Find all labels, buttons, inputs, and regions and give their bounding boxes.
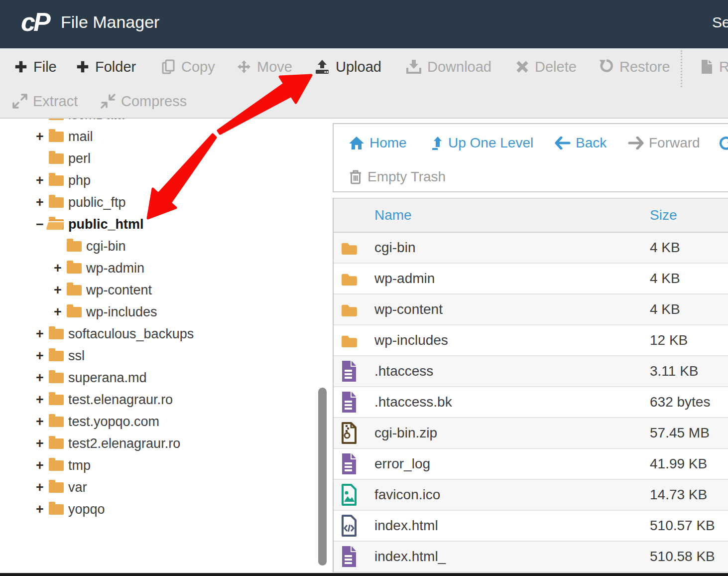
tree-item[interactable]: + test.yopqo.com <box>0 411 319 432</box>
tree-item[interactable]: + wp-includes <box>0 301 319 323</box>
empty-trash-button[interactable]: Empty Trash <box>349 167 446 187</box>
extract-button[interactable]: Extract <box>12 90 78 112</box>
tree-item[interactable]: + ssl <box>0 345 319 367</box>
tree-item[interactable]: + tmp <box>0 454 319 476</box>
file-name[interactable]: cgi-bin <box>374 240 415 256</box>
folder-icon <box>49 132 64 142</box>
reload-button[interactable] <box>719 133 728 153</box>
tree-expander-icon[interactable]: + <box>36 348 49 364</box>
home-button[interactable]: Home <box>349 133 407 153</box>
tree-item[interactable]: − public_html <box>0 213 319 235</box>
copy-button[interactable]: Copy <box>161 56 215 78</box>
file-name[interactable]: error_log <box>374 456 430 472</box>
tree-expander-icon[interactable]: + <box>36 480 49 495</box>
tree-item[interactable]: cgi-bin <box>0 235 319 257</box>
table-row[interactable]: .htaccess.bk 632 bytes <box>334 387 728 418</box>
move-button[interactable]: Move <box>237 56 292 78</box>
tree-item[interactable]: lscmData <box>0 119 319 126</box>
tree-item[interactable]: + yopqo <box>0 498 319 520</box>
download-icon <box>406 59 422 74</box>
delete-button[interactable]: Delete <box>515 56 577 78</box>
tree-item[interactable]: perl <box>0 147 319 169</box>
table-row[interactable]: wp-content 4 KB <box>334 294 728 325</box>
upload-button[interactable]: Upload <box>314 56 381 78</box>
compress-button-label: Compress <box>121 93 187 110</box>
tree-item-label[interactable]: test.yopqo.com <box>68 414 159 430</box>
folder-button[interactable]: Folder <box>76 56 136 78</box>
tree-expander-icon[interactable]: + <box>54 283 67 298</box>
tree-item-label[interactable]: superana.md <box>68 370 147 386</box>
column-header-size[interactable]: Size <box>650 207 677 223</box>
tree-item-label[interactable]: tmp <box>68 458 91 473</box>
file-name[interactable]: wp-includes <box>374 332 448 348</box>
table-row[interactable]: cgi-bin 4 KB <box>334 233 728 264</box>
tree-item[interactable]: + softaculous_backups <box>0 323 319 345</box>
tree-item[interactable]: + wp-content <box>0 279 319 301</box>
tree-item-label[interactable]: perl <box>68 151 91 166</box>
tree-expander-icon[interactable]: + <box>54 261 67 276</box>
tree-expander-icon[interactable]: + <box>36 195 49 210</box>
tree-item-label[interactable]: test.elenagraur.ro <box>68 392 173 408</box>
tree-expander-icon[interactable]: + <box>36 392 49 408</box>
table-row[interactable]: cgi-bin.zip 57.45 MB <box>334 418 728 449</box>
tree-item-label[interactable]: wp-content <box>86 283 152 298</box>
tree-expander-icon[interactable]: + <box>36 326 49 342</box>
tree-expander-icon[interactable]: + <box>36 173 49 188</box>
file-name[interactable]: wp-content <box>374 301 443 317</box>
file-name[interactable]: cgi-bin.zip <box>374 425 437 441</box>
tree-scrollbar-thumb[interactable] <box>318 388 327 566</box>
tree-item-label[interactable]: php <box>68 173 91 188</box>
table-row[interactable]: .htaccess 3.11 KB <box>334 356 728 387</box>
tree-item-label[interactable]: mail <box>68 129 93 144</box>
tree-item-label[interactable]: lscmData <box>68 119 124 123</box>
tree-item[interactable]: + superana.md <box>0 367 319 389</box>
restore-button[interactable]: Restore <box>599 56 670 78</box>
table-row[interactable]: index.html_ 510.58 KB <box>334 542 728 573</box>
tree-item[interactable]: + test.elenagraur.ro <box>0 389 319 411</box>
file-name[interactable]: index.html_ <box>374 549 446 565</box>
tree-item[interactable]: + php <box>0 169 319 191</box>
file-name[interactable]: favicon.ico <box>374 487 440 503</box>
tree-item-label[interactable]: yopqo <box>68 502 105 517</box>
tree-expander-icon[interactable]: + <box>36 370 49 386</box>
file-name[interactable]: wp-admin <box>374 271 435 287</box>
tree-item[interactable]: + test2.elenagraur.ro <box>0 432 319 454</box>
rename-button[interactable]: Re <box>700 56 728 78</box>
tree-item[interactable]: + wp-admin <box>0 257 319 279</box>
file-name[interactable]: .htaccess.bk <box>374 394 452 410</box>
table-row[interactable]: wp-includes 12 KB <box>334 325 728 356</box>
file-button[interactable]: File <box>14 56 57 78</box>
folder-icon <box>341 272 358 286</box>
tree-item-label[interactable]: public_html <box>68 217 144 232</box>
tree-expander-icon[interactable]: + <box>36 414 49 430</box>
table-row[interactable]: error_log 41.99 KB <box>334 449 728 480</box>
tree-item-label[interactable]: wp-admin <box>86 261 144 276</box>
file-name[interactable]: .htaccess <box>374 363 433 379</box>
tree-item-label[interactable]: cgi-bin <box>86 239 126 254</box>
up-one-level-button[interactable]: Up One Level <box>431 133 533 153</box>
tree-item-label[interactable]: wp-includes <box>86 304 157 320</box>
tree-expander-icon[interactable]: + <box>36 502 49 517</box>
table-row[interactable]: index.html 510.57 KB <box>334 511 728 542</box>
file-name[interactable]: index.html <box>374 518 438 534</box>
compress-button[interactable]: Compress <box>101 90 187 112</box>
search-label-clipped[interactable]: Se <box>712 14 728 31</box>
tree-expander-icon[interactable]: + <box>36 129 49 144</box>
back-button[interactable]: Back <box>555 133 607 153</box>
table-row[interactable]: wp-admin 4 KB <box>334 264 728 294</box>
tree-expander-icon[interactable]: + <box>36 458 49 473</box>
forward-button[interactable]: Forward <box>628 133 700 153</box>
tree-item-label[interactable]: test2.elenagraur.ro <box>68 436 180 451</box>
column-header-name[interactable]: Name <box>374 207 412 223</box>
tree-item-label[interactable]: var <box>68 480 87 495</box>
tree-item-label[interactable]: ssl <box>68 348 85 364</box>
tree-item-label[interactable]: public_ftp <box>68 195 126 210</box>
tree-item[interactable]: + mail <box>0 126 319 147</box>
tree-expander-icon[interactable]: + <box>36 436 49 451</box>
download-button[interactable]: Download <box>406 56 491 78</box>
tree-item-label[interactable]: softaculous_backups <box>68 326 194 342</box>
tree-item[interactable]: + var <box>0 476 319 498</box>
tree-item[interactable]: + public_ftp <box>0 191 319 213</box>
table-row[interactable]: favicon.ico 14.73 KB <box>334 480 728 511</box>
tree-expander-icon[interactable]: + <box>54 304 67 320</box>
